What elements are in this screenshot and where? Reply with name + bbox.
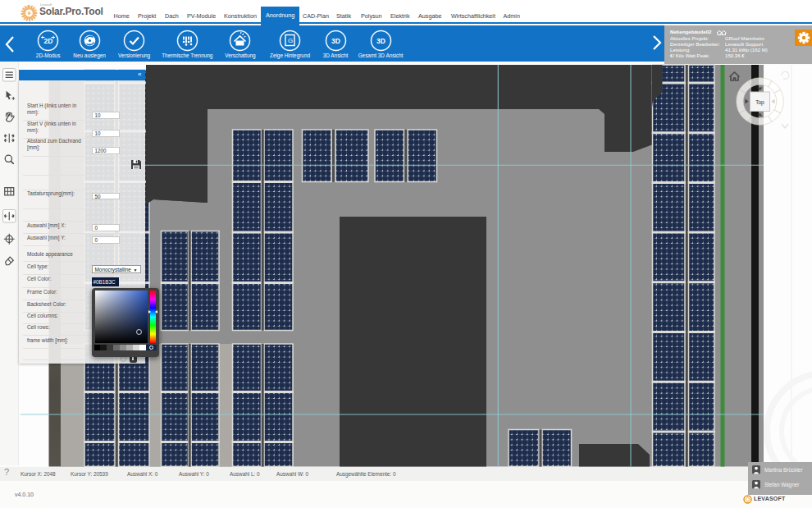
svg-text:Top: Top [755,99,764,106]
svg-text:G: G [288,37,293,44]
svg-text:3D: 3D [331,36,340,44]
svg-text:3D: 3D [376,36,385,44]
